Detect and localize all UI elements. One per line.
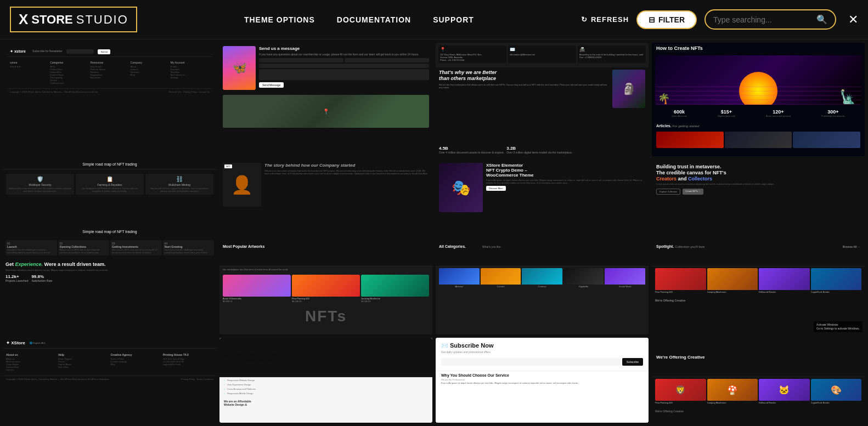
metric-300: 300+Publishing new artworks: [821, 109, 845, 117]
articles-title: Articles. For getting started: [652, 122, 865, 130]
step-launch: 01 Launch Launches face the challenge of…: [5, 240, 57, 255]
card-special-solution[interactable]: Special Solution For WebDevelopment ✓ Re…: [219, 338, 432, 423]
nft-better-heading: That's why we are Betterthan others mark…: [439, 70, 609, 82]
xstore-logo-mini: ✦ xstore: [10, 49, 26, 54]
refresh-label: REFRESH: [591, 15, 629, 24]
contact-address: 📍 137 King Street, Melbourne West P.O. B…: [438, 46, 506, 63]
card-grid: ✦ xstore Subscribe for Newsletter Submit…: [0, 39, 868, 426]
security-title: Simple road map of NFT trading: [3, 160, 216, 169]
card-elementor[interactable]: 🎭 XStore ElementorNFT Crypto Demo –WooCo…: [436, 160, 649, 224]
logo-x: X: [19, 11, 28, 28]
filter-label: FILTER: [658, 15, 685, 24]
artwork-1[interactable]: Azuki 3 Elementals $6,000.01: [223, 275, 291, 303]
card-send-message[interactable]: 🦋 Send us a message If you have any ques…: [219, 43, 432, 156]
subscribe-input[interactable]: [441, 358, 621, 366]
refresh-icon: ↻: [581, 15, 588, 24]
artworks-title: Most Popular Artworks: [219, 227, 432, 266]
search-box: 🔍: [704, 9, 836, 30]
solution-title: Special Solution For WebDevelopment: [219, 338, 432, 377]
card-how-to-create-nfts[interactable]: How to Create NFTs 🌴 🗽 600kUsers Account…: [652, 43, 865, 156]
contact-email: ✉️ information@8themes.net: [508, 46, 576, 63]
filter-icon: ⊟: [649, 15, 655, 24]
send-msg-image: 🦋: [223, 46, 256, 90]
category-virtual-world[interactable]: Virtual World: [605, 268, 645, 288]
card-xstore-brand-footer[interactable]: ✦ XStore 🌐 English (AU) About usAbout us…: [3, 338, 216, 423]
search-input[interactable]: [713, 15, 812, 24]
artwork-2[interactable]: Flow Painting #03 $4,040.01: [292, 275, 360, 303]
offering-title: We're Offering Creative: [652, 338, 865, 377]
metric-600k: 600kUsers Accounts: [672, 109, 687, 117]
roadmap-title: Simple road map of NFT trading: [3, 227, 216, 236]
footer-copyright: Copyright © 2023 XStore theme. Created b…: [10, 90, 98, 93]
elementor-desc: Eum nulla ipsum sit atipol ducim ullamco…: [486, 179, 645, 184]
article-3: [793, 132, 860, 148]
offering-art-1[interactable]: 🦁 Flow Painting #03: [655, 379, 706, 404]
article-1: [656, 132, 724, 148]
card-categories[interactable]: All Categories. What's you like Abstract…: [436, 227, 649, 334]
form-field-email[interactable]: [259, 64, 429, 68]
create-nfts-button[interactable]: Create NFTs →: [683, 189, 703, 195]
newsletter-input-mini: [66, 49, 94, 54]
card-offering-creative[interactable]: We're Offering Creative 🦁 Flow Painting …: [652, 338, 865, 423]
nft-better-image: 🗿: [612, 70, 645, 108]
category-creative[interactable]: Creative: [522, 268, 562, 288]
nft-create-hero: 🌴 🗽: [655, 55, 861, 105]
activate-windows-notice: Activate WindowsGo to Settings to activa…: [814, 321, 863, 332]
artwork-3[interactable]: Jumping Mushroom $4,040.01: [361, 275, 429, 303]
category-abstract[interactable]: Abstract: [439, 268, 480, 288]
card-artworks[interactable]: Most Popular Artworks Our marketplace ha…: [219, 227, 432, 334]
offering-art-2[interactable]: 🍄 Jumping Mushroom: [707, 379, 758, 404]
form-field-message[interactable]: [259, 69, 429, 80]
footer-col-account: My Account: [171, 61, 210, 64]
form-field-1[interactable]: [259, 58, 343, 63]
card-contact-info[interactable]: 📍 137 King Street, Melbourne West P.O. B…: [436, 43, 649, 156]
header-actions: ↻ REFRESH ⊟ FILTER 🔍 ✕: [581, 9, 858, 30]
card-security[interactable]: Simple road map of NFT trading 🛡️ Multil…: [3, 160, 216, 224]
spotlight-art-2[interactable]: Jumping Mushroom: [707, 268, 758, 293]
category-colorful[interactable]: Colorful: [481, 268, 521, 288]
trust-desc: Lorem ipsum dolor sit amet consectetur a…: [656, 183, 860, 185]
card-nft-story[interactable]: NFT 👤 The story behind how our Company s…: [219, 160, 432, 224]
card-subscribe[interactable]: ✉️ Subscribe Now Get daily updates and p…: [436, 338, 649, 423]
logo[interactable]: XSTORE STUDIO: [10, 7, 137, 32]
nav-documentation[interactable]: DOCUMENTATION: [337, 15, 411, 24]
category-digital-art[interactable]: Digital Art: [563, 268, 604, 288]
step-collections: 02 Opening Collections Many invest in NF…: [58, 240, 110, 255]
nav-theme-options[interactable]: THEME OPTIONS: [244, 15, 315, 24]
refresh-button[interactable]: ↻ REFRESH: [581, 15, 629, 24]
spotlight-header: Spotlight. Collection you'll love Browse…: [652, 227, 865, 266]
logo-store: STORE: [31, 13, 72, 27]
map-area: 📍: [223, 95, 429, 128]
submit-btn-mini: Submit: [98, 49, 110, 54]
metric-120: 120+Active users and growing: [766, 109, 791, 117]
card-xstore-footer[interactable]: ✦ xstore Subscribe for Newsletter Submit…: [3, 43, 216, 156]
search-icon: 🔍: [816, 14, 827, 25]
why-choose-title: Why You Should Choose Our Service: [441, 373, 643, 377]
nft-create-title: How to Create NFTs: [652, 43, 865, 54]
story-heading: The story behind how our Company started: [264, 163, 429, 168]
form-field-2[interactable]: [345, 58, 429, 63]
spotlight-art-1[interactable]: Flow Painting #03: [655, 268, 706, 293]
categories-header: All Categories. What's you like: [436, 227, 649, 266]
send-msg-title: Send us a message: [259, 46, 429, 51]
card-building-trust[interactable]: Building trust in metaverse.The credible…: [652, 160, 865, 224]
spotlight-art-4[interactable]: CryptoRook Border: [811, 268, 862, 293]
card-spotlight[interactable]: Spotlight. Collection you'll love Browse…: [652, 227, 865, 334]
elementor-heading: XStore ElementorNFT Crypto Demo –WooComm…: [486, 163, 645, 178]
send-msg-subtitle: If you have any questions about our memb…: [259, 53, 429, 56]
main-nav: THEME OPTIONS DOCUMENTATION SUPPORT: [154, 15, 565, 24]
card-roadmap[interactable]: Simple road map of NFT trading 01 Launch…: [3, 227, 216, 334]
close-button[interactable]: ✕: [848, 13, 858, 27]
explore-collection-button[interactable]: Explore Collection: [656, 189, 680, 195]
subscribe-button[interactable]: Subscribe: [622, 358, 643, 366]
offering-art-3[interactable]: 🐱 Driftwood Render: [759, 379, 810, 404]
send-msg-button[interactable]: Send Message: [259, 82, 284, 88]
filter-button[interactable]: ⊟ FILTER: [636, 10, 697, 29]
spotlight-art-3[interactable]: Driftwood Render: [759, 268, 810, 293]
discover-more-button[interactable]: Discover More: [486, 186, 506, 191]
elementor-image: 🎭: [439, 163, 483, 212]
feature-minting: ⛓️ Multichain Minting We provide 24-hour…: [145, 174, 213, 195]
offering-art-4[interactable]: 🎨 CryptoRook Border: [811, 379, 862, 404]
nav-support[interactable]: SUPPORT: [433, 15, 474, 24]
nft-stat-2: 3.2BOver 3 million digital items traded …: [506, 146, 572, 154]
